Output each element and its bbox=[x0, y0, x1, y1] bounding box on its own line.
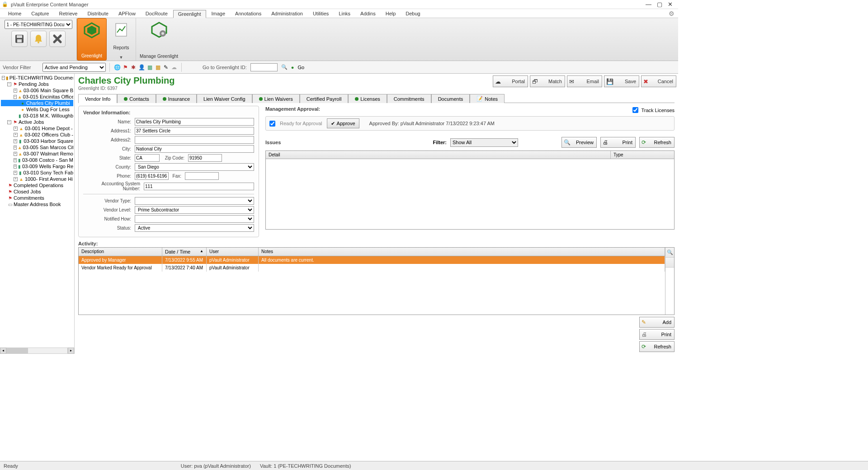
ribbon-reports[interactable]: Reports ▼ bbox=[107, 18, 136, 61]
county-select[interactable]: San Diego bbox=[135, 163, 254, 171]
tree-vendor[interactable]: ● Wells Dug For Less bbox=[1, 106, 73, 113]
menu-home[interactable]: Home bbox=[4, 10, 26, 17]
dropdown-arrow-icon[interactable]: ▼ bbox=[119, 55, 123, 60]
vendor-level-select[interactable]: Prime Subcontractor bbox=[135, 206, 254, 214]
save-icon[interactable] bbox=[11, 31, 28, 47]
vendor-type-select[interactable] bbox=[135, 197, 254, 205]
save-button[interactable]: 💾Save bbox=[604, 75, 639, 87]
edit-icon[interactable]: ✎ bbox=[162, 64, 170, 71]
globe-icon[interactable]: 🌐 bbox=[113, 64, 121, 71]
gear-icon[interactable]: ⚙ bbox=[669, 10, 675, 17]
close-icon[interactable]: ✕ bbox=[668, 1, 673, 8]
expander-icon[interactable]: + bbox=[14, 152, 17, 156]
tab-vendor-info[interactable]: Vendor Info bbox=[78, 94, 117, 103]
refresh-button[interactable]: ⟳Refresh bbox=[639, 137, 675, 148]
tree-job[interactable]: −▲ 03-015 Encinitas Office bbox=[1, 94, 73, 100]
menu-retrieve[interactable]: Retrieve bbox=[54, 10, 82, 17]
tree-pending-jobs[interactable]: −⚑ Pending Jobs bbox=[1, 81, 73, 87]
tree-job[interactable]: ▮ 03-018 M.K. Willoughb bbox=[1, 113, 73, 119]
tree-job[interactable]: +▮ 03-003 Harbor Square bbox=[1, 138, 73, 144]
approve-button[interactable]: ✔ Approve bbox=[327, 118, 359, 128]
document-selector[interactable]: 1 - PE-TECHWRITING Documen bbox=[5, 20, 72, 29]
menu-distribute[interactable]: Distribute bbox=[83, 10, 113, 17]
expander-icon[interactable]: + bbox=[14, 127, 18, 131]
phone-field[interactable] bbox=[135, 172, 169, 180]
goto-input[interactable] bbox=[250, 63, 278, 71]
menu-debug[interactable]: Debug bbox=[401, 10, 425, 17]
tree-section[interactable]: ⚑ Commitments bbox=[1, 195, 73, 201]
menu-image[interactable]: Image bbox=[207, 10, 230, 17]
expander-icon[interactable]: + bbox=[14, 89, 17, 93]
tree-job[interactable]: +▲ 03-002 Officers Club - bbox=[1, 132, 73, 138]
tree-hscroll[interactable]: ◂▸ bbox=[0, 348, 74, 354]
bug-icon[interactable]: ✱ bbox=[130, 64, 137, 71]
expander-icon[interactable]: + bbox=[14, 158, 17, 162]
ribbon-manage-greenlight[interactable]: Manage Greenlight bbox=[136, 18, 182, 61]
activity-row[interactable]: Vendor Marked Ready for Approval7/13/202… bbox=[79, 264, 665, 272]
menu-utilities[interactable]: Utilities bbox=[308, 10, 333, 17]
portal-button[interactable]: ☁Portal bbox=[493, 75, 528, 87]
search-icon[interactable]: 🔍 bbox=[281, 64, 288, 70]
issues-filter-select[interactable]: Show All bbox=[450, 138, 518, 147]
tree-job[interactable]: +▮ 03-010 Sony Tech Fab bbox=[1, 169, 73, 176]
cloud-icon[interactable]: ☁ bbox=[170, 64, 178, 71]
tab-documents[interactable]: Documents bbox=[431, 94, 470, 103]
tree-vendor[interactable]: ● Charles City Plumbi bbox=[1, 100, 73, 106]
issues-col-type[interactable]: Type bbox=[611, 151, 674, 159]
tree-section[interactable]: ⚑ Closed Jobs bbox=[1, 188, 73, 195]
tab-certified-payroll[interactable]: Certified Payroll bbox=[300, 94, 349, 103]
fax-field[interactable] bbox=[185, 172, 219, 180]
menu-docroute[interactable]: DocRoute bbox=[141, 10, 172, 17]
expander-icon[interactable]: + bbox=[14, 171, 17, 175]
tree-job[interactable]: +▮ 03-009 Wells Fargo Re bbox=[1, 163, 73, 169]
tree-job[interactable]: +▮ 03-008 Costco - San M bbox=[1, 157, 73, 163]
flag-icon[interactable]: ⚑ bbox=[122, 64, 129, 71]
tab-notes[interactable]: 📝Notes bbox=[470, 94, 505, 103]
status-select[interactable]: Active bbox=[135, 224, 254, 232]
act-col-dt[interactable]: Date / Time ▲ bbox=[162, 248, 207, 256]
act-col-user[interactable]: User bbox=[207, 248, 259, 256]
expander-icon[interactable]: + bbox=[14, 164, 17, 169]
state-field[interactable] bbox=[135, 154, 160, 162]
menu-greenlight[interactable]: Greenlight bbox=[173, 10, 206, 18]
menu-help[interactable]: Help bbox=[381, 10, 401, 17]
go-label[interactable]: Go bbox=[297, 65, 304, 70]
tab-lien-waiver-config[interactable]: Lien Waiver Config bbox=[197, 94, 252, 103]
email-button[interactable]: ✉Email bbox=[567, 75, 602, 87]
user-icon[interactable]: 👤 bbox=[138, 64, 145, 71]
asn-field[interactable] bbox=[144, 183, 254, 190]
tab-lien-waivers[interactable]: Lien Waivers bbox=[252, 94, 300, 103]
tree-job[interactable]: +▲ 1000- First Avenue Hi bbox=[1, 176, 73, 182]
minimize-icon[interactable]: — bbox=[646, 1, 651, 8]
menu-capture[interactable]: Capture bbox=[27, 10, 53, 17]
activity-print-button[interactable]: 🖨Print bbox=[639, 329, 675, 340]
activity-refresh-button[interactable]: ⟳Refresh bbox=[639, 341, 675, 352]
expander-icon[interactable]: − bbox=[2, 76, 5, 80]
track-licenses-checkbox[interactable] bbox=[632, 107, 638, 113]
doc-icon[interactable]: ▦ bbox=[146, 64, 153, 71]
address1-field[interactable] bbox=[135, 127, 254, 135]
name-field[interactable] bbox=[135, 118, 254, 126]
tree-section[interactable]: ▭ Master Address Book bbox=[1, 201, 73, 207]
ribbon-greenlight[interactable]: Greenlight bbox=[77, 18, 107, 61]
act-col-notes[interactable]: Notes bbox=[259, 248, 665, 256]
expander-icon[interactable]: + bbox=[14, 139, 17, 143]
track-licenses[interactable]: Track Licenses bbox=[631, 106, 675, 114]
act-col-desc[interactable]: Description bbox=[79, 248, 162, 256]
menu-addins[interactable]: Addins bbox=[356, 10, 380, 17]
maximize-icon[interactable]: ▢ bbox=[657, 1, 662, 8]
expander-icon[interactable]: − bbox=[14, 95, 17, 99]
tab-licenses[interactable]: Licenses bbox=[348, 94, 387, 103]
tree-job[interactable]: +▲ 03-005 San Marcos Cit bbox=[1, 144, 73, 150]
tree-job[interactable]: +▲ 03-001 Home Depot - bbox=[1, 125, 73, 132]
zip-field[interactable] bbox=[188, 154, 222, 162]
menu-apflow[interactable]: APFlow bbox=[114, 10, 140, 17]
tab-insurance[interactable]: Insurance bbox=[156, 94, 197, 103]
tree-root[interactable]: −▮ PE-TECHWRITING Documents bbox=[1, 75, 73, 81]
tree-job[interactable]: +▲ 03-007 Walmart Remo bbox=[1, 150, 73, 157]
cancel-button[interactable]: ✖Cancel bbox=[641, 75, 676, 87]
notified-select[interactable] bbox=[135, 215, 254, 223]
expander-icon[interactable]: − bbox=[7, 82, 11, 86]
preview-button[interactable]: 🔍Preview bbox=[561, 137, 597, 148]
expander-icon[interactable]: + bbox=[14, 177, 18, 181]
